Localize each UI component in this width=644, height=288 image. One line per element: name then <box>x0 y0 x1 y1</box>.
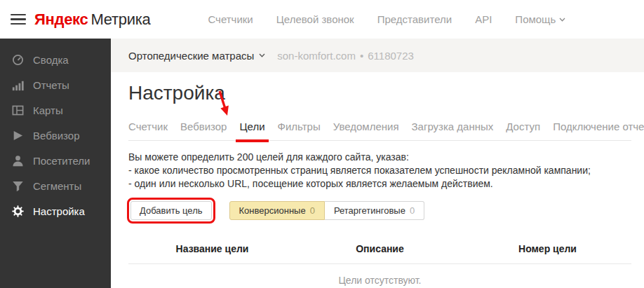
tab-data-upload[interactable]: Загрузка данных <box>412 121 494 132</box>
app-header: ЯндексМетрика Счетчики Целевой звонок Пр… <box>0 0 644 39</box>
nav-representatives[interactable]: Представители <box>377 13 452 25</box>
sidebar-item-label: Настройка <box>33 205 85 217</box>
nav-target-call[interactable]: Целевой звонок <box>276 13 354 25</box>
goals-intro: Вы можете определить 200 целей для каждо… <box>128 151 631 191</box>
person-icon <box>12 155 24 167</box>
sidebar-item-label: Карты <box>33 104 63 116</box>
app-logo[interactable]: ЯндексМетрика <box>34 11 150 29</box>
tab-counter[interactable]: Счетчик <box>128 121 168 132</box>
retargeting-label: Ретаргетинговые <box>334 205 405 216</box>
sidebar-item-label: Вебвизор <box>33 130 80 142</box>
counter-selector[interactable]: Ортопедические матрасы <box>128 50 265 62</box>
intro-line-1: Вы можете определить 200 целей для каждо… <box>128 151 631 164</box>
retargeting-count-badge: 0 <box>410 205 415 216</box>
sidebar-item-label: Сегменты <box>33 180 81 192</box>
counter-site: son-komfort.com <box>277 50 356 62</box>
nav-help[interactable]: Помощь <box>515 13 565 25</box>
goals-actions: Добавить цель Конверсионные 0 Ретаргетин… <box>128 201 631 220</box>
goals-table: Название цели Описание Номер цели Цели о… <box>128 243 631 286</box>
column-goal-name: Название цели <box>128 243 296 254</box>
tab-goals[interactable]: Цели <box>239 121 264 132</box>
page-title: Настройка <box>128 82 631 104</box>
nav-api[interactable]: API <box>475 13 492 25</box>
intro-line-2: - какое количество просмотренных страниц… <box>128 164 631 177</box>
main-content: Настройка Счетчик Вебвизор Цели Фильтры … <box>111 72 644 288</box>
tab-webvisor[interactable]: Вебвизор <box>180 121 227 132</box>
tab-report-connection[interactable]: Подключение отчетов <box>553 121 644 132</box>
counter-name: Ортопедические матрасы <box>128 50 254 62</box>
sidebar-item-maps[interactable]: Карты <box>0 97 111 123</box>
sidebar: Сводка Отчеты Карты Вебвизор Посетители … <box>0 39 111 288</box>
sidebar-item-visitors[interactable]: Посетители <box>0 148 111 173</box>
settings-tabs: Счетчик Вебвизор Цели Фильтры Уведомлени… <box>128 121 631 141</box>
chevron-down-icon <box>259 53 265 57</box>
sidebar-item-reports[interactable]: Отчеты <box>0 72 111 97</box>
sidebar-item-label: Посетители <box>33 155 90 167</box>
goal-type-toggle: Конверсионные 0 Ретаргетинговые 0 <box>229 201 425 220</box>
conversion-goals-toggle[interactable]: Конверсионные 0 <box>229 201 325 220</box>
tab-access[interactable]: Доступ <box>506 121 540 132</box>
intro-line-3: - один или несколько URL, посещение кото… <box>128 177 631 191</box>
logo-brand: Яндекс <box>34 11 88 28</box>
top-nav: Счетчики Целевой звонок Представители AP… <box>208 13 565 25</box>
retargeting-goals-toggle[interactable]: Ретаргетинговые 0 <box>325 201 424 220</box>
add-goal-button[interactable]: Добавить цель <box>130 201 212 220</box>
chevron-down-icon <box>559 18 565 22</box>
sidebar-item-label: Отчеты <box>33 79 69 91</box>
sidebar-item-label: Сводка <box>33 54 69 66</box>
counter-meta: son-komfort.com•61180723 <box>277 50 414 62</box>
bar-chart-icon <box>12 79 24 91</box>
column-description: Описание <box>296 243 464 254</box>
funnel-icon <box>12 180 24 192</box>
tab-filters[interactable]: Фильтры <box>278 121 321 132</box>
sidebar-item-summary[interactable]: Сводка <box>0 47 111 72</box>
sidebar-item-webvisor[interactable]: Вебвизор <box>0 123 111 148</box>
sidebar-item-settings[interactable]: Настройка <box>0 198 111 224</box>
column-goal-number: Номер цели <box>464 243 631 254</box>
logo-product: Метрика <box>90 11 150 28</box>
nav-counters[interactable]: Счетчики <box>208 13 253 25</box>
layout-icon <box>12 104 24 116</box>
counter-topbar: Ортопедические матрасы son-komfort.com•6… <box>111 39 644 72</box>
separator-dot: • <box>360 50 363 62</box>
sidebar-item-segments[interactable]: Сегменты <box>0 173 111 198</box>
hamburger-menu-icon[interactable] <box>11 11 26 28</box>
gear-icon <box>12 205 24 217</box>
goals-table-header: Название цели Описание Номер цели <box>128 243 631 264</box>
gauge-icon <box>12 54 24 66</box>
play-icon <box>12 130 24 142</box>
goals-empty-state: Цели отсутствуют. <box>128 264 631 286</box>
tab-notifications[interactable]: Уведомления <box>333 121 399 132</box>
conversion-count-badge: 0 <box>310 205 315 216</box>
counter-id: 61180723 <box>368 50 414 62</box>
conversion-label: Конверсионные <box>239 205 306 216</box>
